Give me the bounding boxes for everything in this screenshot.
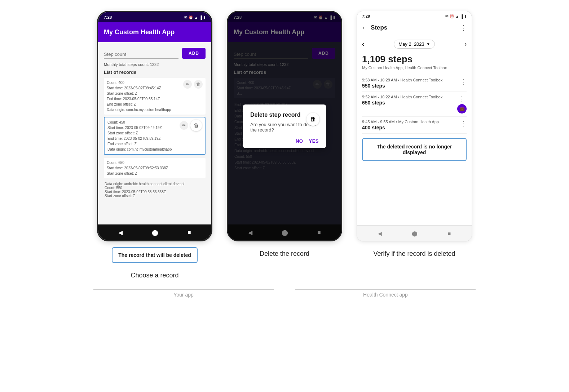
health-connect-divider-line	[295, 289, 476, 290]
record-2-actions: ✏ 🗑	[180, 120, 202, 131]
back-arrow-icon[interactable]: ←	[361, 24, 368, 32]
record-3-text: Count: 650 Start time: 2023-05-02T09:52:…	[107, 160, 203, 176]
phone3-content: ‹ May 2, 2023 ▼ › 1,109 steps My Custom …	[357, 35, 472, 225]
entry1-more-icon[interactable]: ⋮	[460, 78, 467, 86]
r2-origin: Data origin: com.hc.mycustomhealthapp	[107, 147, 177, 152]
entry3-more-icon[interactable]: ⋮	[460, 120, 467, 128]
phone3-toolbar: ← Steps ⋮	[357, 21, 472, 35]
record-2-text: Count: 450 Start time: 2023-05-02T09:49:…	[107, 120, 177, 152]
recents-nav-icon[interactable]: ■	[188, 229, 191, 236]
phone3-home-nav[interactable]: ⬤	[412, 231, 418, 236]
edit-icon-2[interactable]: ✏	[180, 121, 188, 130]
phone3-caption: Verify if the record is deleted	[373, 250, 455, 258]
prev-date-icon[interactable]: ‹	[362, 40, 364, 48]
entry2-icons: ⋮ 💼	[457, 95, 467, 113]
record-item-2: Count: 450 Start time: 2023-05-02T09:49:…	[104, 117, 206, 155]
phone1-status-bar: 7:28 ✉ ⏰ ▲ ▐ ▮	[98, 12, 211, 22]
phone2-delete-fab: 🗑	[306, 113, 319, 126]
home-nav-icon[interactable]: ⬤	[152, 229, 158, 236]
phone1-content: ADD Monthly total steps count: 1232 List…	[98, 42, 211, 224]
health-connect-label: Health Connect app	[363, 292, 408, 298]
r2-start-zone: Start zone offset: Z	[107, 130, 177, 136]
r3-count: Count: 650	[107, 160, 203, 165]
r2-end-zone: End zone offset: Z	[107, 141, 177, 147]
p3-wifi-icon: ▲	[455, 14, 459, 18]
phone2-caption: Delete the record	[260, 250, 309, 258]
step-entry-2: 9:52 AM - 10:22 AM • Health Connect Tool…	[362, 92, 467, 117]
phone1-annotation: The record that will be deleted	[112, 247, 197, 263]
r1-start: Start time: 2023-05-02T09:45:14Z	[107, 85, 180, 91]
back-nav-icon[interactable]: ◀	[118, 229, 123, 236]
record-1-text: Count: 400 Start time: 2023-05-02T09:45:…	[107, 80, 180, 112]
edit-icon-1[interactable]: ✏	[183, 80, 192, 89]
entry2-more-icon[interactable]: ⋮	[459, 95, 465, 103]
p3-signal-icon: ▐	[460, 14, 463, 18]
phone3-screen-title: Steps	[371, 24, 457, 31]
next-date-icon[interactable]: ›	[464, 40, 467, 48]
r1-start-zone: Start zone offset: Z	[107, 91, 180, 96]
extra-records: Data origin: androidx.health.connect.cli…	[104, 181, 206, 198]
phone3-status-icons: ✉ ⏰ ▲ ▐ ▮	[445, 14, 467, 18]
r3-start: Start time: 2023-05-02T09:52:53.338Z	[107, 165, 203, 171]
phone1-app-title: My Custom Health App	[104, 28, 175, 36]
phone1-list-header: List of records	[104, 70, 206, 75]
phone1-app-bar: My Custom Health App	[98, 22, 211, 42]
phone3-section: 7:29 ✉ ⏰ ▲ ▐ ▮ ← Steps ⋮ ‹	[357, 11, 472, 258]
wifi-icon: ▲	[194, 15, 198, 19]
entry3-time: 9:45 AM - 9:55 AM • My Custom Health App	[362, 120, 439, 124]
r4-count: Count: 550	[105, 186, 206, 190]
alarm-icon: ⏰	[189, 15, 193, 19]
phone3-recents-nav[interactable]: ■	[448, 231, 451, 236]
p3-alarm-icon: ⏰	[450, 14, 454, 18]
record-1-actions: ✏ 🗑	[183, 80, 203, 89]
your-app-label: Your app	[173, 292, 194, 298]
more-options-icon[interactable]: ⋮	[460, 23, 467, 32]
entry2-time: 9:52 AM - 10:22 AM • Health Connect Tool…	[362, 95, 442, 99]
step-entry-3: 9:45 AM - 9:55 AM • My Custom Health App…	[362, 117, 467, 134]
phone1-nav-bar: ◀ ⬤ ■	[98, 224, 211, 240]
date-nav: ‹ May 2, 2023 ▼ ›	[362, 40, 467, 49]
r2-end: End time: 2023-05-02T09:59:19Z	[107, 136, 177, 141]
date-label: May 2, 2023	[398, 41, 424, 47]
phone3-status-bar: 7:29 ✉ ⏰ ▲ ▐ ▮	[357, 11, 472, 21]
phone3-time: 7:29	[362, 14, 370, 18]
phone1-step-input[interactable]	[104, 50, 178, 59]
r4-origin: Data origin: androidx.health.connect.cli…	[105, 182, 206, 186]
phone1-caption: Choose a record	[131, 272, 178, 279]
phone2-fab-icon[interactable]: 🗑	[306, 113, 319, 126]
delete-icon-2[interactable]: 🗑	[190, 120, 202, 131]
phone1-annotation-text: The record that will be deleted	[118, 252, 191, 258]
r2-count: Count: 450	[107, 120, 177, 125]
phone1-input-row: ADD	[104, 48, 206, 59]
dialog-yes-button[interactable]: YES	[309, 138, 319, 144]
phone1-add-button[interactable]: ADD	[182, 48, 206, 59]
delete-dialog: Delete step record Are you sure you want…	[243, 104, 326, 148]
phone1: 7:28 ✉ ⏰ ▲ ▐ ▮ My Custom Health App	[97, 11, 212, 241]
entry3-count: 400 steps	[362, 125, 439, 130]
phone1-status-icons: ✉ ⏰ ▲ ▐ ▮	[184, 15, 206, 19]
your-app-divider-line	[93, 289, 274, 290]
phone3: 7:29 ✉ ⏰ ▲ ▐ ▮ ← Steps ⋮ ‹	[357, 11, 472, 241]
dropdown-icon: ▼	[427, 42, 430, 46]
r1-origin: Data origin: com.hc.mycustomhealthapp	[107, 107, 180, 112]
health-connect-section: Health Connect app	[295, 288, 476, 298]
deleted-notice-text: The deleted record is no longer displaye…	[377, 144, 452, 155]
phone2-section: 7:28 ✉ ⏰ ▲ ▐ ▮ My Custom Health App	[227, 11, 342, 258]
date-chip[interactable]: May 2, 2023 ▼	[394, 40, 435, 49]
record-item-1: Count: 400 Start time: 2023-05-02T09:45:…	[104, 78, 206, 115]
phone3-back-nav[interactable]: ◀	[378, 231, 382, 236]
steps-sub: My Custom Health App, Health Connect Too…	[362, 66, 467, 70]
phone1-time: 7:28	[104, 15, 112, 19]
steps-total: 1,109 steps	[362, 54, 467, 65]
r3-start-zone: Start zone offset: Z	[107, 171, 203, 176]
delete-icon-1[interactable]: 🗑	[194, 80, 203, 89]
phone3-caption-text: Verify if the record is deleted	[373, 250, 455, 257]
r1-end: End time: 2023-05-02T09:55:14Z	[107, 96, 180, 102]
delete-dialog-overlay: 🗑 Delete step record Are you sure you wa…	[228, 12, 341, 240]
dialog-no-button[interactable]: NO	[296, 138, 303, 144]
r2-start: Start time: 2023-05-02T09:49:19Z	[107, 125, 177, 130]
footer-divider: Your app Health Connect app	[7, 288, 562, 298]
battery-icon: ▮	[203, 15, 206, 19]
r4-start: Start time: 2023-05-02T09:58:53.338Z	[105, 190, 206, 194]
signal-icon: ▐	[199, 15, 202, 19]
